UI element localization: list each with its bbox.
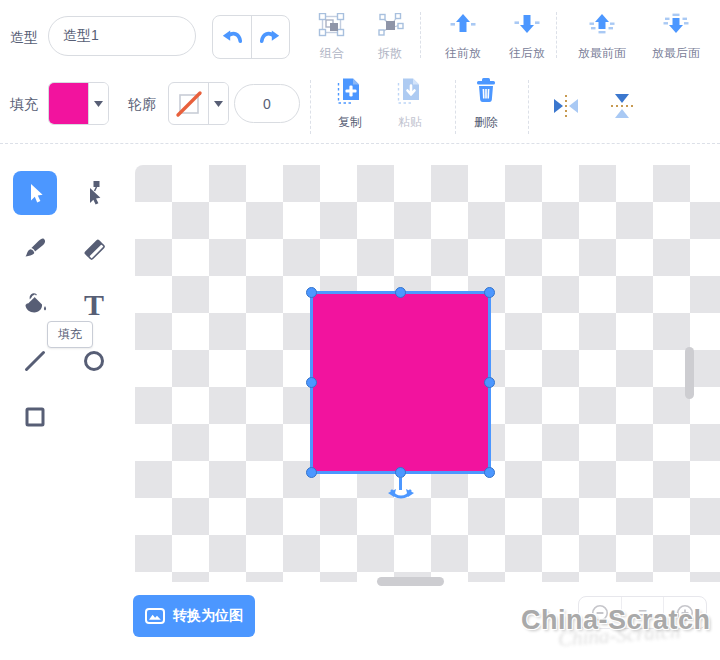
outline-color-picker[interactable] — [168, 82, 229, 125]
fill-color-picker[interactable] — [48, 82, 109, 125]
divider — [528, 80, 529, 134]
toolbar-divider — [0, 143, 720, 144]
selection-handle[interactable] — [306, 287, 317, 298]
undo-redo-group — [212, 15, 290, 59]
cursor-arrow-icon — [23, 181, 47, 205]
undo-button[interactable] — [213, 16, 251, 58]
zoom-in-button[interactable] — [663, 597, 706, 628]
ungroup-icon — [376, 13, 404, 39]
arrow-up-icon — [450, 13, 476, 34]
arrow-down-lines-icon — [662, 13, 690, 34]
selection-handle[interactable] — [306, 467, 317, 478]
ungroup-label: 拆散 — [378, 45, 402, 62]
reshape-icon — [81, 180, 107, 206]
arrow-up-lines-icon — [588, 13, 616, 34]
zoom-out-button[interactable] — [579, 597, 621, 628]
chevron-down-icon — [94, 101, 103, 107]
fill-tooltip: 填充 — [47, 321, 93, 348]
paste-label: 粘贴 — [398, 114, 422, 131]
eraser-icon — [81, 236, 107, 262]
select-tool-button[interactable] — [13, 171, 57, 215]
bring-to-front-button[interactable]: 放最前面 — [566, 12, 638, 63]
backward-label: 往后放 — [509, 45, 545, 62]
copy-label: 复制 — [338, 114, 362, 131]
forward-label: 往前放 — [445, 45, 481, 62]
arrow-down-icon — [514, 13, 540, 34]
selection-handle[interactable] — [306, 377, 317, 388]
group-icon — [318, 13, 346, 39]
brush-icon — [22, 236, 48, 262]
delete-button[interactable]: 删除 — [458, 76, 514, 132]
horizontal-scrollbar-thumb[interactable] — [377, 577, 444, 586]
paint-bucket-icon — [21, 292, 49, 318]
outline-dropdown-arrow[interactable] — [208, 83, 228, 124]
selection-handle[interactable] — [484, 287, 495, 298]
fill-label: 填充 — [10, 96, 38, 114]
trash-icon — [474, 77, 498, 103]
rectangle-tool-button[interactable] — [13, 395, 57, 439]
rotation-handle-icon[interactable] — [388, 488, 414, 502]
forward-button[interactable]: 往前放 — [432, 12, 494, 63]
redo-icon — [259, 29, 281, 45]
group-label: 组合 — [320, 45, 344, 62]
copy-button[interactable]: 复制 — [322, 76, 378, 132]
divider — [310, 80, 311, 134]
eraser-tool-button[interactable] — [72, 227, 116, 271]
delete-label: 删除 — [474, 114, 498, 131]
flip-vertical-button[interactable] — [602, 86, 642, 126]
bring-to-front-label: 放最前面 — [578, 45, 626, 62]
bitmap-image-icon — [145, 608, 165, 624]
flip-horizontal-button[interactable] — [546, 86, 586, 126]
selection-handle[interactable] — [395, 287, 406, 298]
paste-button[interactable]: 粘贴 — [382, 76, 438, 132]
selection-handle[interactable] — [395, 467, 406, 478]
zoom-out-icon — [591, 604, 609, 622]
selection-handle[interactable] — [484, 467, 495, 478]
backward-button[interactable]: 往后放 — [496, 12, 558, 63]
selection-handle[interactable] — [484, 377, 495, 388]
divider — [420, 12, 421, 58]
zoom-reset-button[interactable]: = — [621, 597, 664, 628]
line-icon — [23, 349, 47, 373]
convert-to-bitmap-button[interactable]: 转换为位图 — [133, 595, 255, 637]
paste-icon — [397, 77, 423, 105]
text-tool-glyph: T — [84, 290, 104, 320]
no-outline-icon — [175, 90, 203, 118]
outline-label: 轮廓 — [128, 96, 156, 114]
costume-name-input[interactable] — [48, 16, 196, 56]
flip-vertical-icon — [609, 91, 635, 121]
fill-color-swatch[interactable] — [49, 83, 88, 124]
circle-icon — [82, 349, 106, 373]
copy-icon — [337, 77, 363, 105]
brush-tool-button[interactable] — [13, 227, 57, 271]
divider — [556, 12, 557, 58]
group-button[interactable]: 组合 — [304, 12, 360, 63]
selected-shape[interactable] — [310, 291, 491, 474]
reshape-tool-button[interactable] — [72, 171, 116, 215]
flip-horizontal-icon — [551, 93, 581, 119]
costume-label: 造型 — [10, 29, 38, 47]
undo-icon — [221, 29, 243, 45]
ungroup-button[interactable]: 拆散 — [362, 12, 418, 63]
redo-button[interactable] — [251, 16, 290, 58]
zoom-reset-glyph: = — [638, 604, 647, 621]
outline-color-swatch[interactable] — [169, 83, 208, 124]
divider — [455, 80, 456, 134]
send-to-back-label: 放最后面 — [652, 45, 700, 62]
chevron-down-icon — [214, 101, 223, 107]
vertical-scrollbar-thumb[interactable] — [685, 347, 694, 399]
rectangle-icon — [23, 405, 47, 429]
convert-to-bitmap-label: 转换为位图 — [173, 607, 243, 625]
zoom-in-icon — [676, 604, 694, 622]
fill-dropdown-arrow[interactable] — [88, 83, 108, 124]
stroke-width-input[interactable] — [234, 84, 300, 123]
send-to-back-button[interactable]: 放最后面 — [640, 12, 712, 63]
zoom-controls: = — [578, 596, 707, 629]
